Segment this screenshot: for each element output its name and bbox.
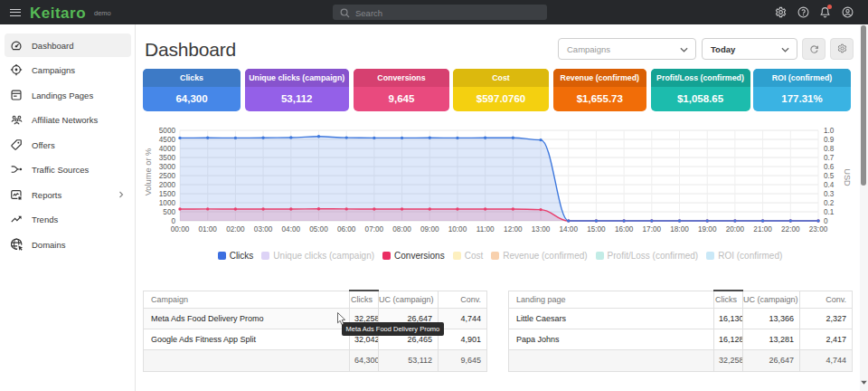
svg-text:3500: 3500 (159, 154, 176, 162)
svg-text:20:00: 20:00 (726, 225, 745, 234)
svg-text:01:00: 01:00 (198, 225, 217, 234)
svg-text:2000: 2000 (159, 181, 176, 189)
svg-text:23:00: 23:00 (809, 225, 828, 234)
svg-text:11:00: 11:00 (476, 225, 495, 234)
svg-text:2500: 2500 (159, 172, 176, 180)
svg-text:USD: USD (843, 168, 852, 186)
svg-text:16:00: 16:00 (615, 225, 634, 234)
svg-text:0.3: 0.3 (824, 190, 835, 198)
svg-text:19:00: 19:00 (698, 225, 717, 234)
svg-text:06:00: 06:00 (337, 225, 356, 234)
svg-text:0.9: 0.9 (824, 136, 835, 144)
svg-text:0.5: 0.5 (824, 172, 835, 180)
svg-text:3000: 3000 (159, 163, 176, 171)
svg-text:00:00: 00:00 (171, 225, 190, 234)
svg-text:0.1: 0.1 (824, 208, 835, 216)
svg-text:0: 0 (824, 217, 828, 225)
svg-text:1.0: 1.0 (824, 127, 835, 135)
svg-text:22:00: 22:00 (781, 225, 800, 234)
svg-text:13:00: 13:00 (532, 225, 551, 234)
svg-text:14:00: 14:00 (559, 225, 578, 234)
svg-text:17:00: 17:00 (643, 225, 662, 234)
svg-text:05:00: 05:00 (309, 225, 328, 234)
svg-text:0.4: 0.4 (824, 181, 835, 189)
svg-text:500: 500 (163, 208, 175, 216)
svg-text:0: 0 (171, 217, 175, 225)
svg-text:Volume or %: Volume or % (144, 148, 153, 196)
svg-text:0.7: 0.7 (824, 154, 835, 162)
svg-text:0.6: 0.6 (824, 163, 835, 171)
svg-text:07:00: 07:00 (365, 225, 384, 234)
svg-text:18:00: 18:00 (670, 225, 689, 234)
svg-text:04:00: 04:00 (282, 225, 301, 234)
svg-text:21:00: 21:00 (753, 225, 772, 234)
svg-text:02:00: 02:00 (226, 225, 245, 234)
svg-text:12:00: 12:00 (504, 225, 523, 234)
svg-text:15:00: 15:00 (587, 225, 606, 234)
svg-text:08:00: 08:00 (392, 225, 411, 234)
svg-text:10:00: 10:00 (448, 225, 467, 234)
svg-text:1500: 1500 (159, 190, 176, 198)
svg-text:1000: 1000 (159, 199, 176, 207)
svg-text:4000: 4000 (159, 145, 176, 153)
svg-text:0.8: 0.8 (824, 145, 835, 153)
svg-text:09:00: 09:00 (420, 225, 439, 234)
svg-text:4500: 4500 (159, 136, 176, 144)
svg-text:03:00: 03:00 (254, 225, 273, 234)
svg-text:5000: 5000 (159, 127, 176, 135)
svg-text:0.2: 0.2 (824, 199, 835, 207)
